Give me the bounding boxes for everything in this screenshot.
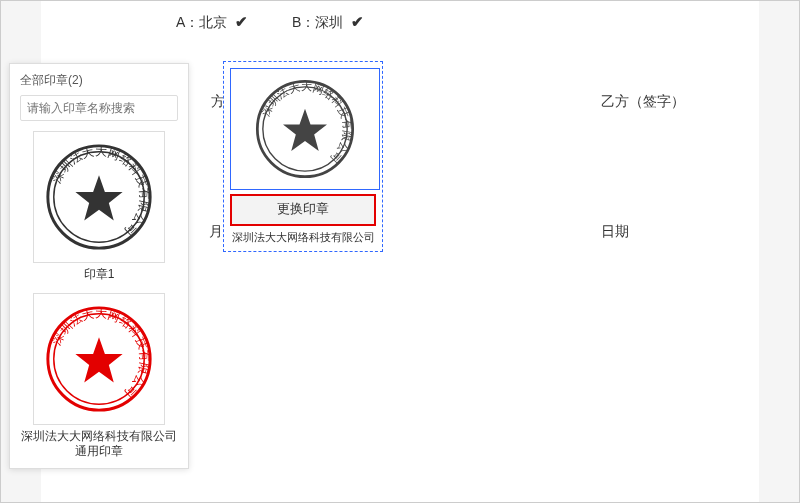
seal-caption: 深圳法大大网络科技有限公司 (230, 230, 376, 245)
svg-marker-11 (75, 337, 122, 382)
seal-item-label: 印章1 (20, 267, 178, 283)
seal-placeholder[interactable]: 深圳法大大网络科技有限公司 更换印章 深圳法大大网络科技有限公司 (223, 61, 383, 252)
option-a: A：北京 (176, 14, 227, 30)
change-seal-button[interactable]: 更换印章 (230, 194, 376, 226)
seal-item[interactable]: 深圳法大大网络科技有限公司 深圳法大大网络科技有限公司通用印章 (20, 293, 178, 460)
party-b-sign: 乙方（签字） (601, 93, 685, 111)
option-b: B：深圳 (292, 14, 343, 30)
seal-search-input[interactable] (20, 95, 178, 121)
panel-title: 全部印章 (20, 73, 68, 87)
svg-marker-3 (283, 109, 327, 151)
date-left: 月 (209, 223, 223, 241)
check-icon: ✔ (351, 13, 364, 30)
check-icon: ✔ (235, 13, 248, 30)
svg-marker-7 (75, 175, 122, 220)
seal-item[interactable]: 深圳法大大网络科技有限公司 印章1 (20, 131, 178, 283)
seal-picker-panel: 全部印章(2) 深圳法大大网络科技有限公司 印章1 深 (9, 63, 189, 469)
seal-preview: 深圳法大大网络科技有限公司 (230, 68, 380, 190)
seal-item-label: 深圳法大大网络科技有限公司通用印章 (20, 429, 178, 460)
panel-count: 2 (72, 73, 79, 87)
date-right: 日期 (601, 223, 629, 241)
